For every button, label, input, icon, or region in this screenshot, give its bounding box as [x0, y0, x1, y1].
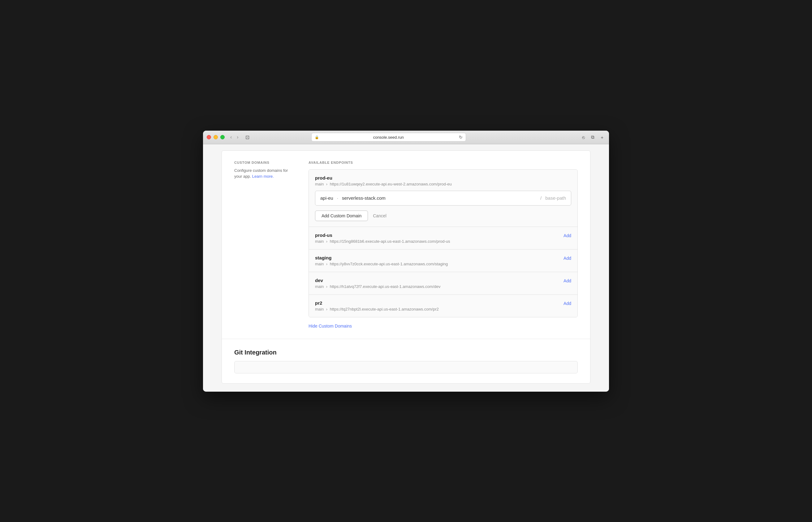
- share-button[interactable]: ⎋: [580, 134, 587, 141]
- endpoint-header-dev: dev main › https://h1atvq72f7.execute-ap…: [315, 278, 571, 289]
- domain-input-row-prod-eu[interactable]: api-eu · serverless-stack.com / base-pat…: [315, 191, 571, 206]
- endpoint-info-staging: staging main › https://y8vv7z0cck.execut…: [315, 255, 448, 266]
- add-custom-domain-button[interactable]: Add Custom Domain: [315, 210, 368, 221]
- dot-icon-prod-eu: ·: [337, 195, 338, 201]
- endpoint-info-pr2: pr2 main › https://tq27nbpt2l.execute-ap…: [315, 300, 439, 312]
- back-button[interactable]: ‹: [228, 134, 234, 141]
- sidebar-toggle-button[interactable]: ⊡: [243, 134, 252, 141]
- maximize-button[interactable]: [220, 135, 225, 139]
- git-integration-title: Git Integration: [234, 349, 578, 356]
- slash-icon-prod-eu: /: [540, 195, 542, 201]
- endpoints-list: prod-eu main › https://1u81uwqey2.execut…: [309, 169, 578, 317]
- endpoint-name-dev: dev: [315, 278, 440, 283]
- branch-prod-eu: main: [315, 182, 324, 186]
- url-display: console.seed.run: [321, 135, 456, 140]
- branch-prod-us: main: [315, 239, 324, 244]
- section-label: Custom Domains: [234, 161, 296, 164]
- endpoint-name-prod-eu: prod-eu: [315, 175, 452, 181]
- git-integration-section: Git Integration: [222, 339, 590, 383]
- endpoint-item-dev: dev main › https://h1atvq72f7.execute-ap…: [309, 272, 578, 295]
- forward-button[interactable]: ›: [235, 134, 240, 141]
- branch-staging: main: [315, 262, 324, 266]
- url-pr2: https://tq27nbpt2l.execute-api.us-east-1…: [330, 307, 439, 312]
- browser-titlebar: ‹ › ⊡ 🔒 console.seed.run ↻ ⎋ ⧉ +: [203, 130, 609, 144]
- endpoint-item-pr2: pr2 main › https://tq27nbpt2l.execute-ap…: [309, 295, 578, 317]
- domain-path-prod-eu: base-path: [545, 195, 566, 201]
- url-staging: https://y8vv7z0cck.execute-api.us-east-1…: [330, 262, 448, 266]
- endpoint-name-pr2: pr2: [315, 300, 439, 306]
- endpoint-item-prod-eu: prod-eu main › https://1u81uwqey2.execut…: [309, 170, 578, 227]
- arrow-icon-pr2: ›: [326, 307, 327, 312]
- endpoint-url-prod-us: main › https://15ng8681b6.execute-api.us…: [315, 239, 450, 244]
- endpoint-header-prod-eu: prod-eu main › https://1u81uwqey2.execut…: [315, 175, 571, 186]
- url-prod-us: https://15ng8681b6.execute-api.us-east-1…: [330, 239, 450, 244]
- endpoint-item-prod-us: prod-us main › https://15ng8681b6.execut…: [309, 227, 578, 249]
- minimize-button[interactable]: [213, 135, 218, 139]
- section-main: Available Endpoints prod-eu main ›: [309, 161, 578, 329]
- arrow-icon-prod-us: ›: [326, 239, 327, 244]
- endpoint-header-prod-us: prod-us main › https://15ng8681b6.execut…: [315, 233, 571, 244]
- browser-content: Custom Domains Configure custom domains …: [203, 144, 609, 392]
- reload-button[interactable]: ↻: [459, 135, 463, 140]
- add-link-dev[interactable]: Add: [563, 278, 571, 283]
- endpoint-item-staging: staging main › https://y8vv7z0cck.execut…: [309, 249, 578, 272]
- domain-subdomain-prod-eu: api-eu: [320, 195, 333, 201]
- url-prod-eu: https://1u81uwqey2.execute-api.eu-west-2…: [330, 182, 452, 186]
- branch-dev: main: [315, 284, 324, 289]
- add-link-pr2[interactable]: Add: [563, 301, 571, 306]
- page-content: Custom Domains Configure custom domains …: [222, 150, 590, 384]
- url-dev: https://h1atvq72f7.execute-api.us-east-1…: [330, 284, 441, 289]
- nav-buttons: ‹ ›: [228, 134, 241, 141]
- endpoint-info-prod-us: prod-us main › https://15ng8681b6.execut…: [315, 233, 450, 244]
- endpoint-info-dev: dev main › https://h1atvq72f7.execute-ap…: [315, 278, 440, 289]
- hide-custom-domains-link[interactable]: Hide Custom Domains: [309, 324, 352, 328]
- fullscreen-button[interactable]: ⧉: [589, 134, 596, 141]
- domain-name-prod-eu: serverless-stack.com: [342, 195, 537, 201]
- traffic-lights: [207, 135, 225, 139]
- section-description: Configure custom domains for your app. L…: [234, 167, 296, 180]
- custom-domains-section: Custom Domains Configure custom domains …: [222, 151, 590, 339]
- custom-domain-form-prod-eu: api-eu · serverless-stack.com / base-pat…: [315, 191, 571, 221]
- close-button[interactable]: [207, 135, 211, 139]
- endpoint-url-staging: main › https://y8vv7z0cck.execute-api.us…: [315, 262, 448, 266]
- endpoint-url-dev: main › https://h1atvq72f7.execute-api.us…: [315, 284, 440, 289]
- section-layout: Custom Domains Configure custom domains …: [234, 161, 578, 329]
- endpoint-url-pr2: main › https://tq27nbpt2l.execute-api.us…: [315, 307, 439, 312]
- add-link-staging[interactable]: Add: [563, 256, 571, 261]
- form-actions-prod-eu: Add Custom Domain Cancel: [315, 210, 571, 221]
- endpoint-header-staging: staging main › https://y8vv7z0cck.execut…: [315, 255, 571, 266]
- endpoint-url-prod-eu: main › https://1u81uwqey2.execute-api.eu…: [315, 182, 452, 186]
- endpoint-name-prod-us: prod-us: [315, 233, 450, 238]
- toolbar-right: ⎋ ⧉ +: [580, 134, 605, 141]
- git-integration-box: [234, 361, 578, 374]
- learn-more-link[interactable]: Learn more.: [252, 174, 274, 179]
- endpoint-header-pr2: pr2 main › https://tq27nbpt2l.execute-ap…: [315, 300, 571, 312]
- new-tab-button[interactable]: +: [599, 134, 605, 141]
- cancel-button-prod-eu[interactable]: Cancel: [373, 213, 387, 218]
- endpoint-info-prod-eu: prod-eu main › https://1u81uwqey2.execut…: [315, 175, 452, 186]
- arrow-icon-prod-eu: ›: [326, 182, 327, 186]
- lock-icon: 🔒: [315, 135, 319, 139]
- browser-window: ‹ › ⊡ 🔒 console.seed.run ↻ ⎋ ⧉ + Custom …: [203, 130, 609, 392]
- arrow-icon-staging: ›: [326, 262, 327, 266]
- branch-pr2: main: [315, 307, 324, 312]
- add-link-prod-us[interactable]: Add: [563, 233, 571, 238]
- section-sidebar: Custom Domains Configure custom domains …: [234, 161, 296, 329]
- endpoints-label: Available Endpoints: [309, 161, 578, 164]
- endpoint-name-staging: staging: [315, 255, 448, 260]
- address-bar[interactable]: 🔒 console.seed.run ↻: [311, 133, 466, 141]
- arrow-icon-dev: ›: [326, 284, 327, 289]
